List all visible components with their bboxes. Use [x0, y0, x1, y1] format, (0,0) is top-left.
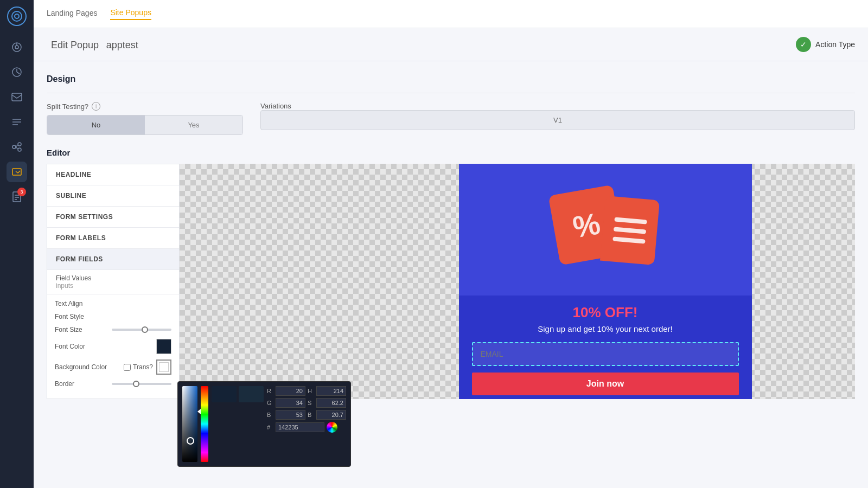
bg-color-swatch[interactable] — [156, 359, 171, 375]
gradient-cursor[interactable] — [187, 437, 194, 445]
popup-body: 10% OFF! Sign up and get 10% your next o… — [459, 296, 752, 399]
picker-swatches — [212, 386, 264, 462]
app-logo[interactable] — [7, 7, 27, 26]
page-subtitle: apptest — [106, 40, 138, 50]
divider — [47, 93, 855, 93]
svg-point-0 — [12, 11, 22, 21]
content-area: Design Split Testing? i No Yes Variation… — [34, 61, 868, 488]
h-input[interactable] — [316, 386, 346, 396]
split-testing-row: Split Testing? i No Yes Variations V1 — [47, 102, 855, 135]
popup-subline: Sign up and get 10% your next order! — [472, 324, 739, 333]
border-label: Border — [55, 380, 74, 388]
reports-icon[interactable]: 3 — [7, 187, 27, 207]
svg-rect-6 — [12, 93, 22, 101]
email-icon[interactable] — [7, 87, 27, 107]
main-content: Landing Pages Site Popups Edit Popup app… — [34, 0, 868, 488]
action-type-label: Action Type — [815, 40, 855, 49]
nav-site-popups[interactable]: Site Popups — [110, 8, 151, 20]
page-title-text: Edit Popup — [51, 40, 99, 50]
svg-line-13 — [16, 145, 18, 147]
s-input[interactable] — [316, 398, 346, 408]
svg-point-3 — [15, 46, 18, 49]
swatch-med[interactable] — [239, 386, 264, 402]
integrations-icon[interactable] — [7, 137, 27, 157]
b2-label: B — [308, 412, 314, 418]
svg-point-11 — [18, 143, 21, 146]
forms-icon[interactable] — [7, 112, 27, 132]
font-size-thumb[interactable] — [142, 326, 148, 333]
nav-landing-pages[interactable]: Landing Pages — [47, 9, 97, 20]
svg-line-14 — [16, 147, 18, 149]
popup-join-button[interactable]: Join now — [472, 373, 739, 395]
design-section-title: Design — [47, 74, 855, 84]
split-yes-button[interactable]: Yes — [145, 115, 242, 134]
panel-subline[interactable]: SUBLINE — [47, 185, 179, 207]
variations-col: Variations V1 — [260, 102, 855, 130]
font-size-slider[interactable] — [112, 329, 171, 331]
font-size-label: Font Size — [55, 326, 82, 333]
svg-point-12 — [18, 148, 21, 151]
reports-badge: 3 — [17, 188, 26, 196]
color-picker-popup: R H G S — [177, 381, 351, 467]
font-color-row: Font Color — [55, 339, 171, 354]
editor-label: Editor — [47, 148, 855, 157]
r-input[interactable] — [276, 386, 305, 396]
lines-tag — [599, 196, 659, 265]
r-input-row: R H — [267, 386, 346, 396]
popup-preview-area: % 10% OFF! Sign up and get 10% your next… — [180, 164, 855, 399]
picker-top: R H G S — [182, 386, 346, 462]
panel-headline[interactable]: HEADLINE — [47, 164, 179, 185]
b-input[interactable] — [276, 410, 305, 420]
trans-checkbox[interactable] — [124, 364, 131, 371]
panel-field-values[interactable]: Field Values inputs — [47, 270, 179, 294]
svg-point-10 — [12, 145, 16, 149]
panel-form-settings[interactable]: FORM SETTINGS — [47, 207, 179, 228]
hex-input[interactable] — [276, 422, 324, 432]
g-input[interactable] — [276, 398, 305, 408]
font-color-label: Font Color — [55, 343, 85, 350]
hue-arrow[interactable] — [197, 409, 201, 414]
editor-container: HEADLINE SUBLINE FORM SETTINGS FORM LABE… — [47, 164, 855, 399]
editor-left-panel: HEADLINE SUBLINE FORM SETTINGS FORM LABE… — [47, 164, 180, 399]
hue-strip[interactable] — [201, 386, 208, 462]
variations-label: Variations — [260, 102, 855, 110]
swatch-dark[interactable] — [212, 386, 237, 402]
border-thumb[interactable] — [133, 381, 139, 387]
border-row: Border — [55, 380, 171, 388]
popup-image-area: % — [459, 164, 752, 296]
analytics-icon[interactable] — [7, 62, 27, 82]
b2-input[interactable] — [316, 410, 346, 420]
page-header: Edit Popup apptest ✓ Action Type — [34, 28, 868, 61]
font-style-label: Font Style — [55, 313, 84, 320]
panel-form-fields[interactable]: FORM FIELDS — [47, 249, 179, 270]
dashboard-icon[interactable] — [7, 37, 27, 57]
trans-label: Trans? — [133, 363, 153, 371]
bg-color-label: Background Color — [55, 363, 107, 371]
font-size-row: Font Size — [55, 326, 171, 333]
top-navigation: Landing Pages Site Popups — [34, 0, 868, 28]
action-type-icon: ✓ — [796, 37, 811, 52]
r-label: R — [267, 388, 273, 394]
page-title: Edit Popup apptest — [47, 38, 138, 51]
b-input-row: B B — [267, 410, 346, 420]
s-label: S — [308, 400, 314, 406]
field-settings-panel: Text Align Font Style Font Size Font Col… — [47, 294, 179, 399]
panel-form-labels[interactable]: FORM LABELS — [47, 228, 179, 249]
tag-line-1 — [614, 217, 647, 224]
gradient-picker[interactable] — [182, 386, 197, 462]
g-input-row: G S — [267, 398, 346, 408]
popup-headline: 10% OFF! — [472, 304, 739, 321]
split-testing-label: Split Testing? i — [47, 102, 243, 111]
popups-icon[interactable] — [7, 162, 27, 182]
color-wheel-button[interactable] — [327, 422, 337, 433]
bg-color-row: Background Color Trans? — [55, 359, 171, 375]
action-type-button[interactable]: ✓ Action Type — [796, 37, 855, 52]
border-slider[interactable] — [112, 383, 171, 385]
trans-checkbox-wrap: Trans? — [124, 363, 153, 371]
popup-email-input[interactable] — [472, 342, 739, 366]
tag-line-2 — [613, 227, 646, 234]
split-no-button[interactable]: No — [47, 115, 145, 134]
text-align-label: Text Align — [55, 300, 82, 307]
variations-v1[interactable]: V1 — [260, 110, 855, 130]
font-color-swatch[interactable] — [156, 339, 171, 354]
